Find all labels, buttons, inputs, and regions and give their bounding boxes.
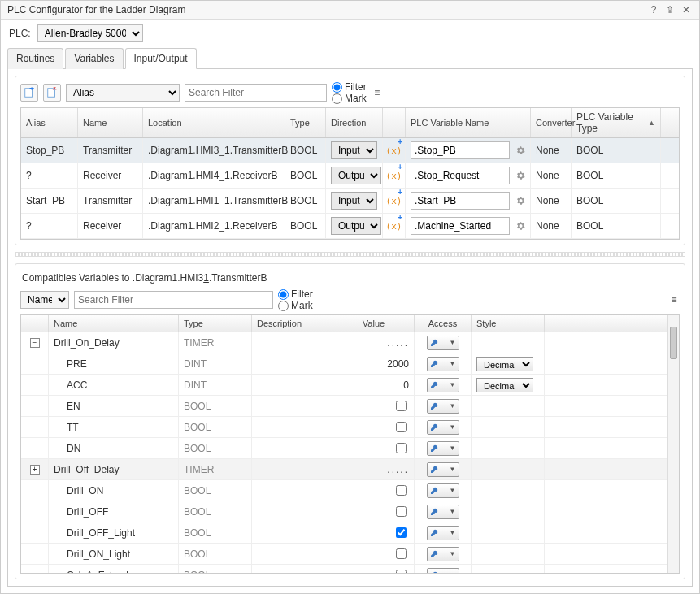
access-button[interactable]: ▼ [427,378,459,392]
access-button[interactable]: ▼ [427,505,459,519]
compat-row[interactable]: Drill_ONBOOL▼ [21,480,667,501]
compat-value-cell [333,544,415,564]
io-mark-radio[interactable]: Mark [332,93,367,104]
io-direction-select[interactable]: Output [331,167,381,184]
io-plcvar-input[interactable] [411,167,510,184]
compat-search-input[interactable] [74,291,273,309]
compat-scrollbar[interactable] [667,315,679,573]
col-direction[interactable]: Direction [326,108,383,137]
compat-name: ACC [49,375,179,395]
plc-dropdown[interactable]: Allen-Bradley 5000 [37,24,143,42]
io-bind-cell[interactable]: (x)+ [383,214,406,238]
compat-access-cell: ▼ [415,480,472,501]
io-row[interactable]: Start_PBTransmitter.Diagram1.HMI1_1.Tran… [21,189,679,214]
col-v-value[interactable]: Value [333,315,415,332]
io-converter-gear[interactable] [511,138,531,163]
compat-value-checkbox[interactable] [396,443,407,453]
col-v-access[interactable]: Access [415,315,472,332]
close-icon[interactable]: ✕ [680,4,693,15]
compat-value-checkbox[interactable] [396,401,407,411]
compat-filter-radio[interactable]: Filter [278,288,313,300]
access-button[interactable]: ▼ [427,399,459,414]
io-row[interactable]: ?Receiver.Diagram1.HMI2_1.ReceiverBBOOLO… [21,214,679,239]
io-plcvar-input[interactable] [411,192,510,210]
compat-name-dropdown[interactable]: Name [20,291,69,309]
col-v-style[interactable]: Style [472,315,545,332]
panel-splitter[interactable] [15,252,685,257]
access-button[interactable]: ▼ [427,420,459,435]
tab-routines[interactable]: Routines [7,48,63,69]
col-v-desc[interactable]: Description [252,315,333,332]
compat-desc [252,417,333,437]
help-icon[interactable]: ? [647,4,660,15]
col-plcvar[interactable]: PLC Variable Name [406,108,511,137]
access-button[interactable]: ▼ [427,547,459,561]
compat-value: 0 [403,379,409,391]
io-direction-select[interactable]: Input [331,141,377,159]
compat-value: 2000 [387,358,409,370]
col-location[interactable]: Location [143,108,285,137]
alias-dropdown[interactable]: Alias [66,84,180,102]
compat-row[interactable]: +Drill_Off_DelayTIMER.....▼ [21,459,667,480]
compat-row[interactable]: −Drill_On_DelayTIMER.....▼ [21,332,667,353]
io-plcvar-input[interactable] [411,141,510,159]
compat-value-checkbox[interactable] [396,548,407,559]
tab-variables[interactable]: Variables [65,48,123,69]
compat-row[interactable]: Drill_OFFBOOL▼ [21,501,667,522]
expand-toggle[interactable]: + [30,465,40,475]
compat-row[interactable]: Drill_OFF_LightBOOL▼ [21,522,667,544]
io-direction-select[interactable]: Output [331,217,381,235]
remove-page-button[interactable]: × [43,84,61,102]
compat-row[interactable]: ACCDINT0▼Decimal [21,375,667,396]
io-bind-cell[interactable]: (x)+ [383,138,406,163]
io-bind-cell[interactable]: (x)+ [383,189,406,213]
expand-toggle[interactable]: − [30,338,40,348]
compat-row[interactable]: DNBOOL▼ [21,438,667,459]
style-select[interactable]: Decimal [476,378,533,392]
compat-row[interactable]: ENBOOL▼ [21,396,667,417]
access-button[interactable]: ▼ [427,441,459,456]
compat-toolbar-options-icon[interactable]: ≡ [668,294,680,306]
io-direction-select[interactable]: Input [331,192,377,210]
compat-row[interactable]: TTBOOL▼ [21,417,667,438]
access-button[interactable]: ▼ [427,462,459,477]
compat-row[interactable]: Cyl_A_ExtendBOOL▼ [21,565,667,574]
col-converter[interactable]: Converter [531,108,572,137]
io-toolbar-options-icon[interactable]: ≡ [372,87,383,98]
col-alias[interactable]: Alias [21,108,78,137]
io-row[interactable]: ?Receiver.Diagram1.HMI4_1.ReceiverBBOOLO… [21,163,679,189]
compat-type: BOOL [179,480,252,501]
io-alias: ? [21,163,78,188]
access-button[interactable]: ▼ [427,526,459,540]
io-plcvar-input[interactable] [411,217,510,235]
io-search-input[interactable] [185,84,327,102]
access-button[interactable]: ▼ [427,483,459,498]
tab-io[interactable]: Input/Output [125,48,197,69]
col-name[interactable]: Name [78,108,143,137]
add-page-button[interactable]: + [20,84,38,102]
access-button[interactable]: ▼ [427,336,459,350]
io-converter-gear[interactable] [511,214,531,238]
io-row[interactable]: Stop_PBTransmitter.Diagram1.HMI3_1.Trans… [21,138,679,163]
compat-value-checkbox[interactable] [396,527,407,538]
compat-value-checkbox[interactable] [396,506,407,517]
compat-value-checkbox[interactable] [396,570,407,574]
style-select[interactable]: Decimal [476,357,533,371]
compat-row[interactable]: Drill_ON_LightBOOL▼ [21,544,667,565]
compat-value-checkbox[interactable] [396,485,407,496]
col-type[interactable]: Type [285,108,326,137]
compat-value-checkbox[interactable] [396,422,407,432]
access-button[interactable]: ▼ [427,357,459,371]
pin-icon[interactable]: ⇪ [663,4,676,15]
io-converter-gear[interactable] [511,163,531,188]
io-bind-cell[interactable]: (x)+ [383,163,406,188]
compat-row[interactable]: PREDINT2000▼Decimal [21,353,667,375]
compat-mark-radio[interactable]: Mark [278,300,313,311]
col-plcvartype[interactable]: PLC Variable Type▲ [572,108,661,137]
access-button[interactable]: ▼ [427,568,459,574]
col-v-type[interactable]: Type [179,315,252,332]
io-converter-gear[interactable] [511,189,531,213]
col-v-name[interactable]: Name [49,315,179,332]
io-filter-radio[interactable]: Filter [332,81,367,93]
io-plcvar-cell [406,138,511,163]
